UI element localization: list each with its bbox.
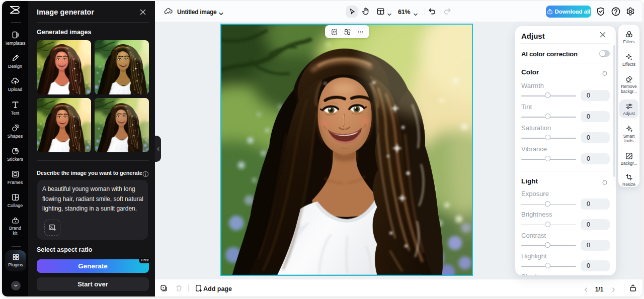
more-options-icon[interactable]	[357, 29, 364, 35]
generated-image-thumbnail[interactable]	[95, 98, 149, 152]
document-title-menu-button[interactable]	[218, 10, 224, 15]
slider-row: Shadow 0	[521, 273, 610, 275]
tool-label: Resize	[622, 182, 635, 187]
reset-icon	[602, 70, 608, 76]
add-page-label[interactable]: Add page	[203, 285, 232, 292]
topbar: Untitled image 61% Download all	[155, 1, 642, 22]
slider-label: Saturation	[521, 124, 551, 132]
tool-filters[interactable]: Filters	[619, 28, 638, 46]
slider-value-input[interactable]: 0	[581, 111, 610, 122]
sidebar-item-icon	[11, 193, 20, 202]
sidebar-item-plugins[interactable]: Plugins	[5, 250, 26, 271]
slider-value-input[interactable]: 0	[581, 153, 610, 164]
tool-background[interactable]: Backgr...	[619, 149, 638, 168]
select-area-icon[interactable]	[331, 29, 338, 35]
prompt-textarea[interactable]: A beautiful young woman with long flowin…	[37, 180, 148, 240]
home-button[interactable]	[9, 5, 22, 15]
close-icon	[139, 9, 146, 16]
sidebar-item-label: Upload	[8, 87, 23, 92]
app-screen: Templates Design Upload Text	[0, 0, 644, 299]
adjust-scrollbar[interactable]	[613, 45, 615, 177]
slider-knob[interactable]	[545, 242, 550, 248]
start-over-label: Start over	[77, 280, 108, 288]
sidebar-item[interactable]: Shapes	[2, 120, 28, 143]
slider-value-input[interactable]: 0	[581, 260, 610, 271]
document-title[interactable]: Untitled image	[177, 9, 216, 16]
sidebar-item[interactable]: Brand kit	[2, 213, 28, 236]
layout-menu-button[interactable]	[387, 10, 392, 15]
tool-remove-background[interactable]: Remove backgr...	[619, 72, 638, 95]
slider-knob[interactable]	[545, 263, 550, 268]
undo-button[interactable]	[428, 7, 436, 16]
slider-knob[interactable]	[545, 201, 550, 207]
help-button[interactable]	[611, 7, 621, 17]
slider-value-input[interactable]: 0	[581, 240, 610, 251]
panel-collapse-handle[interactable]	[155, 136, 161, 162]
generated-image-thumbnail[interactable]	[95, 40, 149, 94]
settings-button[interactable]	[625, 7, 635, 17]
sidebar-item[interactable]: Collage	[2, 189, 28, 213]
generated-image-thumbnail[interactable]	[37, 98, 91, 152]
next-page-button[interactable]	[611, 285, 616, 291]
delete-page-button[interactable]	[175, 284, 183, 292]
tool-resize[interactable]: Resize	[619, 170, 638, 189]
slider-value-input[interactable]: 0	[581, 219, 610, 230]
slider-value-input[interactable]: 0	[581, 132, 610, 143]
privacy-shield-button[interactable]	[596, 7, 606, 17]
sidebar-item-label: Stickers	[7, 157, 23, 162]
slider-knob[interactable]	[545, 222, 550, 227]
sidebar-item-icon	[11, 101, 20, 109]
download-all-button[interactable]: Download all	[546, 6, 591, 18]
duplicate-page-button[interactable]	[160, 284, 168, 292]
panel-close-button[interactable]	[139, 9, 146, 16]
slider-value-input[interactable]: 0	[581, 90, 610, 101]
prompt-text: A beautiful young woman with long flowin…	[42, 184, 146, 214]
sidebar-item[interactable]: Stickers	[2, 143, 28, 166]
slider-knob[interactable]	[545, 114, 550, 119]
trash-icon	[175, 284, 183, 292]
sidebar-item-icon	[11, 31, 20, 39]
sidebar-item[interactable]: Frames	[2, 166, 28, 189]
color-reset-button[interactable]	[602, 69, 608, 75]
add-page-button[interactable]	[195, 284, 202, 292]
sidebar-item-label: Text	[11, 111, 20, 116]
selected-image[interactable]	[220, 24, 473, 276]
previous-page-button[interactable]	[583, 285, 589, 291]
tool-smart-tools[interactable]: Smart tools	[619, 122, 638, 145]
slider-knob[interactable]	[545, 156, 550, 161]
slider-row: Highlight 0	[521, 252, 610, 273]
info-button[interactable]	[142, 170, 149, 177]
ai-color-correction-toggle[interactable]	[599, 50, 610, 57]
tool-effects[interactable]: Effects	[619, 50, 638, 69]
hand-tool-button[interactable]	[361, 7, 370, 16]
tool-adjust[interactable]: Adjust	[619, 99, 638, 118]
sidebar-more-button[interactable]	[11, 281, 21, 290]
slider-label: Exposure	[521, 190, 549, 197]
cloud-save-button[interactable]	[164, 7, 173, 16]
light-reset-button[interactable]	[602, 178, 608, 184]
generated-image-thumbnail[interactable]	[37, 40, 91, 94]
sidebar-item[interactable]: Templates	[2, 27, 28, 50]
slider-value-input[interactable]: 0	[581, 198, 610, 210]
zoom-menu-button[interactable]	[413, 10, 418, 15]
zoom-level[interactable]: 61%	[398, 9, 410, 16]
redo-button[interactable]	[443, 7, 452, 16]
replace-icon[interactable]	[344, 29, 351, 35]
redo-icon	[443, 7, 452, 16]
resize-icon	[625, 173, 633, 181]
sidebar-item[interactable]: Design	[2, 50, 28, 73]
adjust-close-button[interactable]	[599, 31, 606, 38]
slider-knob[interactable]	[545, 92, 550, 98]
present-pages-button[interactable]	[629, 284, 637, 292]
add-reference-image-button[interactable]	[44, 220, 60, 236]
sidebar-item[interactable]: Text	[2, 97, 28, 120]
slider-label: Warmth	[521, 82, 544, 89]
start-over-button[interactable]: Start over	[37, 277, 149, 291]
layout-tool-button[interactable]	[376, 7, 385, 16]
slider-knob[interactable]	[545, 135, 550, 140]
select-tool-button[interactable]	[346, 6, 358, 18]
sidebar-item[interactable]: Upload	[2, 73, 28, 96]
generated-image	[95, 40, 149, 94]
generate-button[interactable]: Generate	[37, 259, 149, 273]
sidebar-item-icon	[11, 170, 20, 178]
